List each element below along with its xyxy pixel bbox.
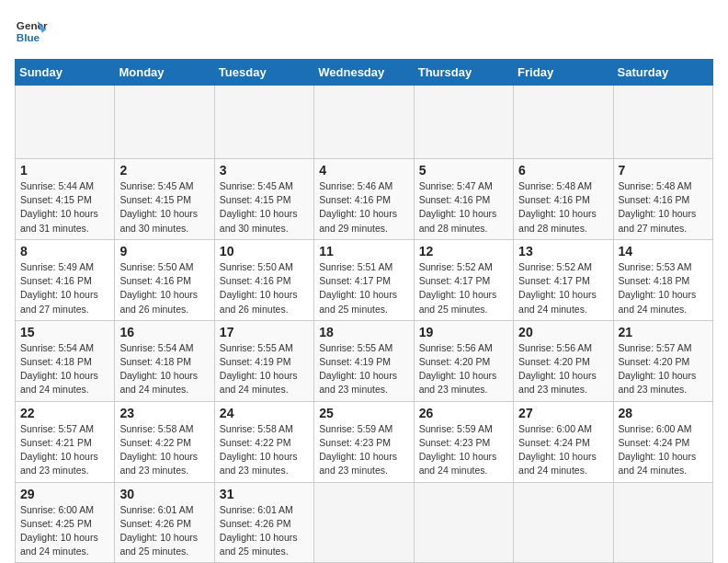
calendar-cell: 21Sunrise: 5:57 AMSunset: 4:20 PMDayligh… bbox=[613, 320, 712, 401]
calendar-cell: 11Sunrise: 5:51 AMSunset: 4:17 PMDayligh… bbox=[314, 239, 414, 320]
logo-icon: General Blue bbox=[15, 15, 48, 48]
day-number: 7 bbox=[619, 163, 708, 178]
weekday-header: Friday bbox=[514, 60, 613, 86]
weekday-header: Thursday bbox=[414, 60, 513, 86]
day-number: 1 bbox=[20, 163, 109, 178]
calendar-cell: 24Sunrise: 5:58 AMSunset: 4:22 PMDayligh… bbox=[214, 401, 313, 482]
calendar-table: SundayMondayTuesdayWednesdayThursdayFrid… bbox=[15, 59, 713, 563]
calendar-cell: 1Sunrise: 5:44 AMSunset: 4:15 PMDaylight… bbox=[16, 159, 115, 240]
calendar-cell: 25Sunrise: 5:59 AMSunset: 4:23 PMDayligh… bbox=[314, 401, 414, 482]
calendar-week-row bbox=[16, 86, 713, 159]
logo: General Blue bbox=[15, 15, 48, 48]
calendar-cell bbox=[16, 86, 115, 159]
calendar-cell: 20Sunrise: 5:56 AMSunset: 4:20 PMDayligh… bbox=[514, 320, 613, 401]
day-number: 8 bbox=[20, 244, 109, 259]
calendar-cell bbox=[314, 86, 414, 159]
calendar-cell bbox=[115, 86, 214, 159]
calendar-cell: 17Sunrise: 5:55 AMSunset: 4:19 PMDayligh… bbox=[214, 320, 313, 401]
day-number: 21 bbox=[619, 325, 708, 339]
day-number: 15 bbox=[20, 325, 109, 339]
day-info: Sunrise: 5:44 AMSunset: 4:15 PMDaylight:… bbox=[20, 179, 109, 236]
calendar-cell: 6Sunrise: 5:48 AMSunset: 4:16 PMDaylight… bbox=[514, 159, 613, 240]
weekday-header: Tuesday bbox=[214, 60, 313, 86]
day-number: 12 bbox=[419, 244, 508, 259]
calendar-cell: 13Sunrise: 5:52 AMSunset: 4:17 PMDayligh… bbox=[514, 239, 613, 320]
calendar-cell: 10Sunrise: 5:50 AMSunset: 4:16 PMDayligh… bbox=[214, 239, 313, 320]
day-info: Sunrise: 5:50 AMSunset: 4:16 PMDaylight:… bbox=[220, 260, 309, 316]
page-header: General Blue bbox=[15, 15, 713, 48]
day-info: Sunrise: 5:45 AMSunset: 4:15 PMDaylight:… bbox=[220, 179, 309, 236]
calendar-cell: 29Sunrise: 6:00 AMSunset: 4:25 PMDayligh… bbox=[16, 482, 115, 563]
day-info: Sunrise: 5:48 AMSunset: 4:16 PMDaylight:… bbox=[619, 179, 708, 236]
day-info: Sunrise: 5:57 AMSunset: 4:20 PMDaylight:… bbox=[619, 341, 708, 397]
day-number: 23 bbox=[119, 406, 209, 420]
calendar-cell bbox=[214, 86, 313, 159]
weekday-header: Monday bbox=[115, 60, 214, 86]
day-number: 29 bbox=[20, 487, 109, 501]
calendar-cell bbox=[613, 86, 712, 159]
calendar-week-row: 29Sunrise: 6:00 AMSunset: 4:25 PMDayligh… bbox=[16, 482, 713, 563]
day-number: 31 bbox=[220, 487, 309, 501]
calendar-cell bbox=[514, 86, 613, 159]
calendar-cell: 16Sunrise: 5:54 AMSunset: 4:18 PMDayligh… bbox=[115, 320, 214, 401]
calendar-cell bbox=[414, 86, 513, 159]
day-info: Sunrise: 6:00 AMSunset: 4:24 PMDaylight:… bbox=[619, 422, 708, 478]
calendar-cell bbox=[514, 482, 613, 563]
day-number: 3 bbox=[220, 163, 309, 178]
calendar-cell: 19Sunrise: 5:56 AMSunset: 4:20 PMDayligh… bbox=[414, 320, 513, 401]
day-info: Sunrise: 5:58 AMSunset: 4:22 PMDaylight:… bbox=[220, 422, 309, 478]
weekday-header: Wednesday bbox=[314, 60, 414, 86]
day-number: 10 bbox=[220, 244, 309, 259]
day-info: Sunrise: 5:59 AMSunset: 4:23 PMDaylight:… bbox=[319, 422, 408, 478]
calendar-cell: 7Sunrise: 5:48 AMSunset: 4:16 PMDaylight… bbox=[613, 159, 712, 240]
calendar-cell: 18Sunrise: 5:55 AMSunset: 4:19 PMDayligh… bbox=[314, 320, 414, 401]
calendar-cell: 5Sunrise: 5:47 AMSunset: 4:16 PMDaylight… bbox=[414, 159, 513, 240]
day-number: 24 bbox=[220, 406, 309, 420]
day-number: 20 bbox=[518, 325, 608, 339]
day-number: 27 bbox=[518, 406, 608, 420]
day-info: Sunrise: 5:53 AMSunset: 4:18 PMDaylight:… bbox=[619, 260, 708, 316]
calendar-week-row: 15Sunrise: 5:54 AMSunset: 4:18 PMDayligh… bbox=[16, 320, 713, 401]
day-number: 13 bbox=[518, 244, 608, 259]
day-number: 4 bbox=[319, 163, 408, 178]
calendar-cell bbox=[414, 482, 513, 563]
calendar-cell: 31Sunrise: 6:01 AMSunset: 4:26 PMDayligh… bbox=[214, 482, 313, 563]
day-number: 26 bbox=[419, 406, 508, 420]
day-number: 18 bbox=[319, 325, 408, 339]
day-info: Sunrise: 5:55 AMSunset: 4:19 PMDaylight:… bbox=[319, 341, 408, 397]
day-info: Sunrise: 5:54 AMSunset: 4:18 PMDaylight:… bbox=[20, 341, 109, 397]
day-info: Sunrise: 5:55 AMSunset: 4:19 PMDaylight:… bbox=[220, 341, 309, 397]
day-info: Sunrise: 5:50 AMSunset: 4:16 PMDaylight:… bbox=[119, 260, 209, 316]
calendar-cell: 12Sunrise: 5:52 AMSunset: 4:17 PMDayligh… bbox=[414, 239, 513, 320]
day-number: 6 bbox=[518, 163, 608, 178]
day-number: 28 bbox=[619, 406, 708, 420]
day-info: Sunrise: 5:47 AMSunset: 4:16 PMDaylight:… bbox=[419, 179, 508, 236]
calendar-cell: 8Sunrise: 5:49 AMSunset: 4:16 PMDaylight… bbox=[16, 239, 115, 320]
calendar-cell: 27Sunrise: 6:00 AMSunset: 4:24 PMDayligh… bbox=[514, 401, 613, 482]
day-number: 2 bbox=[119, 163, 209, 178]
calendar-cell bbox=[314, 482, 414, 563]
calendar-cell: 22Sunrise: 5:57 AMSunset: 4:21 PMDayligh… bbox=[16, 401, 115, 482]
day-info: Sunrise: 6:01 AMSunset: 4:26 PMDaylight:… bbox=[220, 503, 309, 559]
day-info: Sunrise: 5:59 AMSunset: 4:23 PMDaylight:… bbox=[419, 422, 508, 478]
day-info: Sunrise: 5:45 AMSunset: 4:15 PMDaylight:… bbox=[119, 179, 209, 236]
day-number: 25 bbox=[319, 406, 408, 420]
day-info: Sunrise: 5:57 AMSunset: 4:21 PMDaylight:… bbox=[20, 422, 109, 478]
calendar-cell: 26Sunrise: 5:59 AMSunset: 4:23 PMDayligh… bbox=[414, 401, 513, 482]
svg-text:Blue: Blue bbox=[17, 31, 40, 43]
calendar-cell: 15Sunrise: 5:54 AMSunset: 4:18 PMDayligh… bbox=[16, 320, 115, 401]
day-info: Sunrise: 6:00 AMSunset: 4:25 PMDaylight:… bbox=[20, 503, 109, 559]
day-info: Sunrise: 5:56 AMSunset: 4:20 PMDaylight:… bbox=[518, 341, 608, 397]
day-number: 5 bbox=[419, 163, 508, 178]
calendar-cell: 2Sunrise: 5:45 AMSunset: 4:15 PMDaylight… bbox=[115, 159, 214, 240]
day-number: 30 bbox=[119, 487, 209, 501]
day-info: Sunrise: 5:51 AMSunset: 4:17 PMDaylight:… bbox=[319, 260, 408, 316]
calendar-cell: 9Sunrise: 5:50 AMSunset: 4:16 PMDaylight… bbox=[115, 239, 214, 320]
calendar-cell: 28Sunrise: 6:00 AMSunset: 4:24 PMDayligh… bbox=[613, 401, 712, 482]
day-number: 9 bbox=[119, 244, 209, 259]
day-number: 14 bbox=[619, 244, 708, 259]
day-number: 17 bbox=[220, 325, 309, 339]
day-info: Sunrise: 5:52 AMSunset: 4:17 PMDaylight:… bbox=[419, 260, 508, 316]
weekday-header: Saturday bbox=[613, 60, 712, 86]
day-info: Sunrise: 5:54 AMSunset: 4:18 PMDaylight:… bbox=[119, 341, 209, 397]
